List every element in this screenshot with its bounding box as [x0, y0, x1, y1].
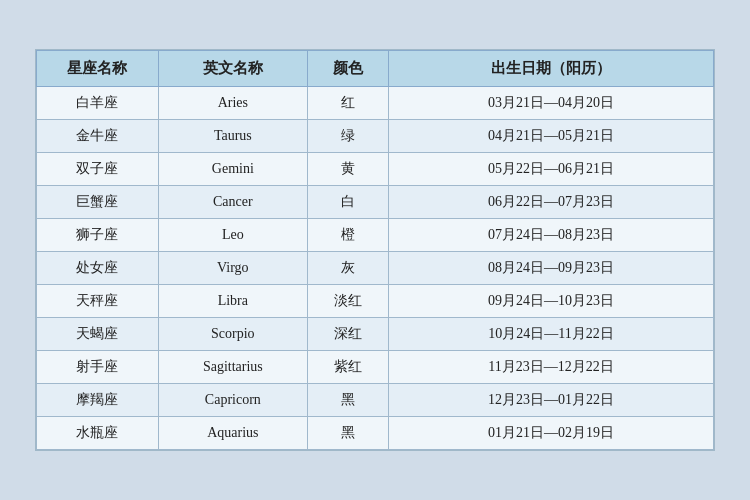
- header-color: 颜色: [307, 51, 388, 87]
- cell-cn-name: 摩羯座: [37, 384, 159, 417]
- cell-color: 黄: [307, 153, 388, 186]
- cell-date: 06月22日—07月23日: [389, 186, 714, 219]
- cell-en-name: Gemini: [158, 153, 307, 186]
- cell-color: 淡红: [307, 285, 388, 318]
- cell-cn-name: 处女座: [37, 252, 159, 285]
- table-row: 水瓶座Aquarius黑01月21日—02月19日: [37, 417, 714, 450]
- cell-date: 01月21日—02月19日: [389, 417, 714, 450]
- cell-cn-name: 水瓶座: [37, 417, 159, 450]
- cell-color: 橙: [307, 219, 388, 252]
- cell-cn-name: 双子座: [37, 153, 159, 186]
- cell-date: 11月23日—12月22日: [389, 351, 714, 384]
- cell-en-name: Capricorn: [158, 384, 307, 417]
- table-row: 摩羯座Capricorn黑12月23日—01月22日: [37, 384, 714, 417]
- cell-en-name: Cancer: [158, 186, 307, 219]
- header-cn-name: 星座名称: [37, 51, 159, 87]
- cell-en-name: Scorpio: [158, 318, 307, 351]
- table-row: 天秤座Libra淡红09月24日—10月23日: [37, 285, 714, 318]
- header-date: 出生日期（阳历）: [389, 51, 714, 87]
- table-row: 天蝎座Scorpio深红10月24日—11月22日: [37, 318, 714, 351]
- table-row: 处女座Virgo灰08月24日—09月23日: [37, 252, 714, 285]
- cell-date: 04月21日—05月21日: [389, 120, 714, 153]
- cell-cn-name: 天秤座: [37, 285, 159, 318]
- cell-en-name: Taurus: [158, 120, 307, 153]
- cell-cn-name: 天蝎座: [37, 318, 159, 351]
- cell-en-name: Aquarius: [158, 417, 307, 450]
- cell-date: 12月23日—01月22日: [389, 384, 714, 417]
- cell-en-name: Libra: [158, 285, 307, 318]
- cell-cn-name: 白羊座: [37, 87, 159, 120]
- table-row: 巨蟹座Cancer白06月22日—07月23日: [37, 186, 714, 219]
- cell-en-name: Sagittarius: [158, 351, 307, 384]
- cell-date: 05月22日—06月21日: [389, 153, 714, 186]
- cell-color: 白: [307, 186, 388, 219]
- table-row: 射手座Sagittarius紫红11月23日—12月22日: [37, 351, 714, 384]
- cell-color: 深红: [307, 318, 388, 351]
- header-en-name: 英文名称: [158, 51, 307, 87]
- cell-color: 红: [307, 87, 388, 120]
- table-row: 狮子座Leo橙07月24日—08月23日: [37, 219, 714, 252]
- cell-cn-name: 狮子座: [37, 219, 159, 252]
- cell-color: 灰: [307, 252, 388, 285]
- cell-color: 绿: [307, 120, 388, 153]
- zodiac-table-container: 星座名称 英文名称 颜色 出生日期（阳历） 白羊座Aries红03月21日—04…: [35, 49, 715, 451]
- cell-cn-name: 射手座: [37, 351, 159, 384]
- cell-cn-name: 巨蟹座: [37, 186, 159, 219]
- cell-cn-name: 金牛座: [37, 120, 159, 153]
- cell-en-name: Aries: [158, 87, 307, 120]
- cell-date: 10月24日—11月22日: [389, 318, 714, 351]
- table-row: 金牛座Taurus绿04月21日—05月21日: [37, 120, 714, 153]
- cell-date: 09月24日—10月23日: [389, 285, 714, 318]
- zodiac-table: 星座名称 英文名称 颜色 出生日期（阳历） 白羊座Aries红03月21日—04…: [36, 50, 714, 450]
- cell-en-name: Virgo: [158, 252, 307, 285]
- cell-date: 08月24日—09月23日: [389, 252, 714, 285]
- cell-date: 03月21日—04月20日: [389, 87, 714, 120]
- cell-date: 07月24日—08月23日: [389, 219, 714, 252]
- table-row: 双子座Gemini黄05月22日—06月21日: [37, 153, 714, 186]
- cell-color: 黑: [307, 417, 388, 450]
- cell-color: 黑: [307, 384, 388, 417]
- cell-color: 紫红: [307, 351, 388, 384]
- table-header-row: 星座名称 英文名称 颜色 出生日期（阳历）: [37, 51, 714, 87]
- cell-en-name: Leo: [158, 219, 307, 252]
- table-row: 白羊座Aries红03月21日—04月20日: [37, 87, 714, 120]
